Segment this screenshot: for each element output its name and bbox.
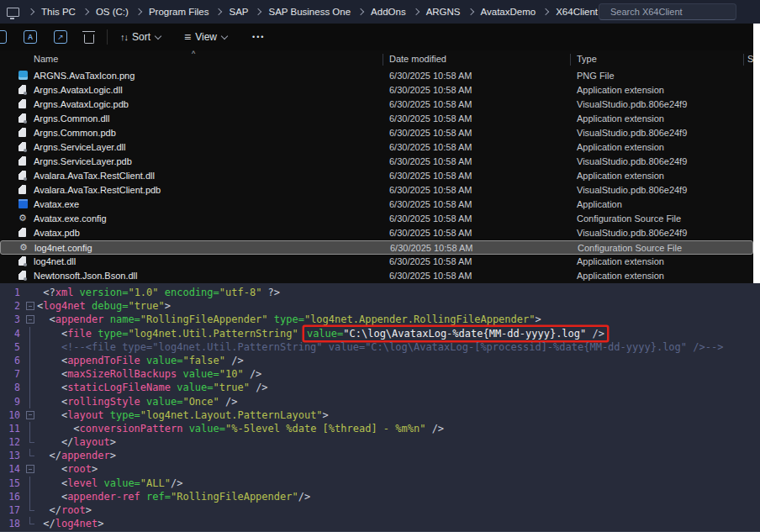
file-row[interactable]: Argns.AvataxLogic.dll6/30/2025 10:58 AMA… [0, 83, 753, 97]
file-row[interactable]: Argns.ServiceLayer.pdb6/30/2025 10:58 AM… [0, 155, 753, 169]
rename-button[interactable]: A [18, 26, 43, 48]
line-number: 18 [0, 517, 24, 530]
code-text: <rollingStyle value="Once" /> [37, 395, 237, 408]
code-text: </appender> [37, 449, 116, 462]
code-token: file [67, 328, 92, 340]
code-token: < [37, 423, 80, 435]
code-token: < [37, 368, 67, 380]
line-number: 12 [0, 435, 24, 449]
delete-button[interactable] [78, 26, 100, 48]
code-token: layout [73, 436, 109, 448]
file-row[interactable]: ⚙Avatax.exe.config6/30/2025 10:58 AMConf… [0, 212, 753, 226]
file-name: log4net.config [34, 243, 92, 253]
column-header-name[interactable]: Name [34, 54, 58, 64]
file-row[interactable]: Argns.Common.pdb6/30/2025 10:58 AMVisual… [0, 126, 753, 140]
code-text: </layout> [37, 435, 116, 449]
fold-marker-box [24, 299, 37, 313]
code-line: 13 </appender> [0, 449, 760, 462]
trash-icon [84, 34, 94, 44]
breadcrumb-item-this-pc[interactable]: This PC [41, 7, 76, 17]
column-header-type[interactable]: Type [577, 54, 597, 64]
code-token: > [86, 504, 92, 516]
line-number: 16 [0, 490, 24, 503]
file-name: Argns.ServiceLayer.dll [34, 142, 125, 152]
file-date-modified: 6/30/2025 10:58 AM [389, 128, 472, 138]
breadcrumb-item-addons[interactable]: AddOns [371, 7, 406, 17]
dll-file-icon [18, 171, 26, 180]
paste-button[interactable] [0, 26, 13, 48]
pdb-file-icon [18, 228, 26, 237]
file-row[interactable]: Avalara.AvaTax.RestClient.pdb6/30/2025 1… [0, 183, 753, 198]
chevron-down-icon [155, 32, 161, 39]
breadcrumb-item-avataxdemo[interactable]: AvataxDemo [481, 7, 536, 17]
code-token [103, 409, 109, 421]
code-token: > [110, 450, 116, 461]
fold-marker-box [24, 313, 37, 326]
column-header-date[interactable]: Date modified [389, 54, 446, 64]
fold-marker-box [24, 462, 37, 476]
file-row[interactable]: Argns.Common.dll6/30/2025 10:58 AMApplic… [0, 112, 753, 126]
breadcrumb-item-sap[interactable]: SAP [229, 7, 248, 17]
fold-marker-line [24, 490, 37, 503]
breadcrumb-item-os-c-[interactable]: OS (C:) [96, 7, 129, 17]
file-row[interactable]: Argns.ServiceLayer.dll6/30/2025 10:58 AM… [0, 140, 753, 155]
search-input[interactable] [599, 3, 736, 20]
file-date-modified: 6/30/2025 10:58 AM [389, 113, 472, 124]
line-number: 17 [0, 503, 24, 517]
code-text: <file type="log4net.Util.PatternString" … [37, 327, 607, 340]
code-token: level [67, 477, 98, 489]
code-token: /> [586, 328, 604, 340]
file-row[interactable]: ⚙log4net.config6/30/2025 10:58 AMConfigu… [0, 240, 753, 255]
code-text: <?xml version="1.0" encoding="utf-8" ?> [37, 286, 280, 299]
file-type: VisualStudio.pdb.806e24f9 [577, 128, 687, 138]
file-name: Avatax.exe.config [34, 213, 107, 224]
breadcrumb-item-x64client[interactable]: X64Client [556, 7, 598, 17]
code-token: conversionPattern [80, 423, 183, 435]
file-type: VisualStudio.pdb.806e24f9 [577, 156, 687, 166]
file-row[interactable]: Newtonsoft.Json.Bson.dll6/30/2025 10:58 … [0, 269, 753, 283]
file-date-modified: 6/30/2025 10:58 AM [389, 213, 472, 224]
explorer-body: A ↗ ↑↓ Sort ≡ View ••• ^ [0, 24, 753, 283]
file-name: Argns.Common.pdb [34, 128, 116, 138]
breadcrumb-item-sap-business-one[interactable]: SAP Business One [268, 7, 351, 17]
breadcrumb-item-argns[interactable]: ARGNS [426, 7, 461, 17]
file-row[interactable]: Argns.AvataxLogic.pdb6/30/2025 10:58 AMV… [0, 97, 753, 112]
code-token: < [37, 396, 67, 408]
file-row[interactable]: Avatax.pdb6/30/2025 10:58 AMVisualStudio… [0, 226, 753, 240]
file-date-modified: 6/30/2025 10:58 AM [389, 156, 472, 166]
chevron-right-icon [467, 8, 473, 15]
breadcrumb-item-program-files[interactable]: Program Files [149, 7, 209, 17]
file-row[interactable]: log4net.dll6/30/2025 10:58 AMApplication… [0, 255, 753, 269]
code-token: ref= [146, 491, 171, 503]
line-number: 6 [0, 354, 24, 367]
code-text: <appender-ref ref="RollingFileAppender"/… [37, 490, 310, 503]
code-token: type= [98, 328, 128, 340]
code-token: > [165, 300, 171, 312]
file-row[interactable]: ARGNS.AvaTaxIcon.png6/30/2025 10:58 AMPN… [0, 69, 753, 83]
chevron-right-icon [542, 8, 549, 15]
line-number: 3 [0, 313, 24, 326]
more-options-button[interactable]: ••• [241, 26, 271, 48]
column-header-size[interactable]: S [747, 54, 753, 64]
fold-marker-line [24, 340, 37, 354]
file-row[interactable]: Avalara.AvaTax.RestClient.dll6/30/2025 1… [0, 169, 753, 183]
code-line: 2<log4net debug="true"> [0, 299, 760, 313]
code-editor-panel: 1 <?xml version="1.0" encoding="utf-8" ?… [0, 283, 760, 532]
more-ellipsis-icon: ••• [252, 33, 265, 41]
sort-arrows-icon: ↑↓ [120, 32, 128, 42]
code-token: </ [37, 504, 61, 516]
file-row[interactable]: Avatax.exe6/30/2025 10:58 AMApplication [0, 198, 753, 212]
code-token: value= [146, 396, 182, 408]
code-line: 16 <appender-ref ref="RollingFileAppende… [0, 490, 760, 503]
fold-marker-line [24, 381, 37, 394]
fold-gutter [24, 286, 37, 299]
sort-button[interactable]: ↑↓ Sort [114, 26, 166, 48]
file-date-modified: 6/30/2025 10:58 AM [389, 85, 472, 95]
code-line: 9 <rollingStyle value="Once" /> [0, 395, 760, 408]
code-token: > [110, 436, 116, 448]
share-button[interactable]: ↗ [48, 26, 73, 48]
code-token: < [37, 313, 55, 325]
view-button[interactable]: ≡ View [178, 26, 233, 48]
fold-marker-line [24, 327, 37, 340]
code-token: < [37, 382, 67, 393]
